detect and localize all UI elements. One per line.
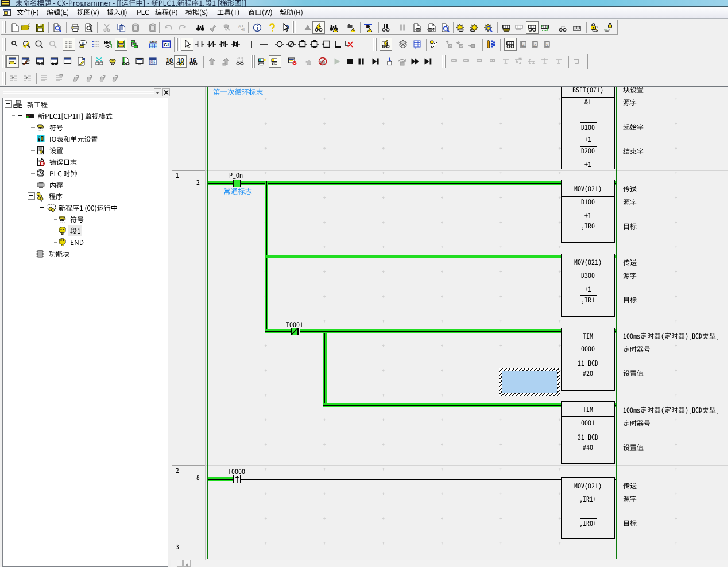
svg-text:X: X xyxy=(534,43,536,46)
svg-text:CI: CI xyxy=(164,42,169,48)
svg-text:Z: Z xyxy=(522,43,525,46)
svg-text:002: 002 xyxy=(150,63,155,65)
svg-text:SMA: SMA xyxy=(150,40,158,44)
svg-text:A: A xyxy=(238,24,241,28)
svg-text:V: V xyxy=(546,43,548,46)
svg-text:B: B xyxy=(242,28,245,32)
svg-text:w: w xyxy=(82,41,84,44)
